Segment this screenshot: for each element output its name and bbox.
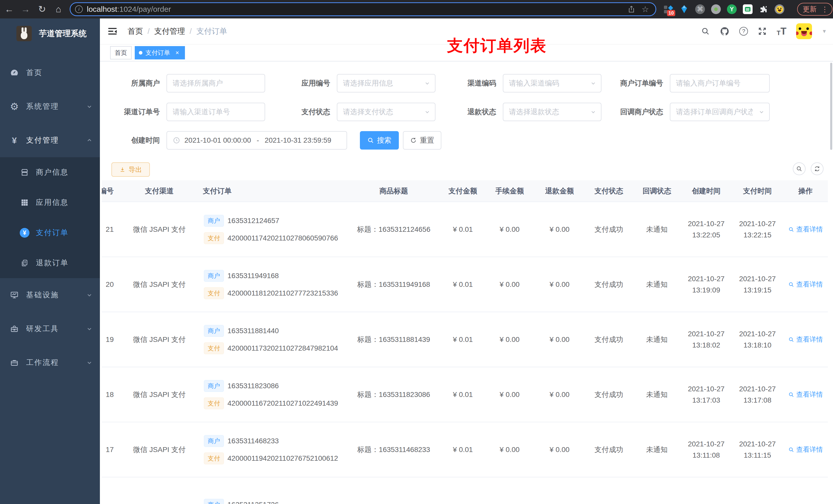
chevron-down-icon (590, 108, 597, 116)
font-size-icon[interactable]: TT (777, 26, 786, 36)
address-bar[interactable]: i localhost:1024/pay/order ☆ (70, 2, 656, 16)
merchant-order-no-input[interactable]: 请输入商户订单编号 (670, 74, 770, 93)
sidebar-collapse-icon[interactable] (108, 26, 117, 36)
table-refresh-button[interactable] (811, 162, 824, 175)
search-button[interactable]: 搜索 (360, 131, 399, 149)
browser-home-button[interactable]: ⌂ (51, 2, 66, 16)
chevron-down-icon (758, 108, 765, 116)
app-select[interactable]: 请选择应用信息 (337, 74, 435, 93)
view-detail-link[interactable]: 查看详情 (788, 225, 823, 234)
pay-tag: 支付 (204, 232, 224, 244)
browser-back-button[interactable]: ← (2, 2, 16, 16)
sidebar-item-workflow[interactable]: 工作流程 (0, 346, 100, 380)
tag-close-icon[interactable]: × (174, 49, 181, 56)
browser-menu-icon[interactable]: ⋮ (820, 5, 830, 14)
header-search-icon[interactable] (701, 27, 710, 36)
extension-y-icon[interactable]: Y (727, 4, 737, 14)
extension-command-icon[interactable]: ⌘ (695, 4, 705, 14)
briefcase-icon (9, 358, 20, 367)
active-dot (139, 51, 142, 54)
tag-home[interactable]: 首页 (110, 46, 132, 59)
view-detail-link[interactable]: 查看详情 (788, 280, 823, 289)
logo-bunny-image (16, 26, 32, 41)
avatar-caret-icon[interactable]: ▼ (822, 28, 827, 34)
view-detail-link[interactable]: 查看详情 (788, 445, 823, 454)
browser-forward-button[interactable]: → (19, 2, 33, 16)
chevron-down-icon (590, 80, 597, 87)
merchant-tag: 商户 (204, 380, 224, 392)
refund-status-select[interactable]: 请选择退款状态 (503, 103, 601, 121)
chevron-down-icon (424, 80, 431, 87)
chevron-down-icon (86, 103, 93, 111)
merchant-input[interactable]: 请选择所属商户 (166, 74, 265, 93)
table-search-toggle-button[interactable] (793, 162, 806, 175)
extension-badge: 10 (667, 10, 675, 16)
yen-circle-icon: ¥ (20, 228, 30, 238)
tag-pay-order[interactable]: 支付订单 × (135, 46, 185, 59)
chrome-update-button[interactable]: 更新 ⋮ (797, 3, 832, 16)
extensions-area: 10 ⌘ Y 更新 ⋮ (663, 3, 832, 16)
toolbox-icon (9, 325, 20, 333)
app-title: 芋道管理系统 (39, 28, 87, 39)
channel-order-no-input[interactable]: 请输入渠道订单号 (166, 103, 265, 121)
filter-app: 应用编号 请选择应用信息 (270, 74, 435, 93)
reset-button[interactable]: 重置 (403, 131, 441, 149)
sidebar-item-infrastructure[interactable]: 基础设施 (0, 278, 100, 312)
github-icon[interactable] (720, 26, 730, 36)
sidebar-item-payment[interactable]: ¥ 支付管理 (0, 123, 100, 157)
table-row: 19 微信 JSAPI 支付 商户1635311881440 支付4200001… (102, 312, 828, 367)
clock-icon (173, 137, 180, 144)
bookmark-star-icon[interactable]: ☆ (640, 4, 651, 14)
share-icon[interactable] (626, 5, 637, 13)
date-end[interactable]: 2021-10-31 23:59:59 (265, 136, 331, 144)
sidebar-item-pay-order[interactable]: ¥ 支付订单 (0, 218, 100, 248)
filter-create-time: 创建时间 2021-10-01 00:00:00 - 2021-10-31 23… (100, 131, 347, 149)
sidebar-item-system[interactable]: ⚙ 系统管理 (0, 90, 100, 123)
sidebar-item-home[interactable]: 首页 (0, 56, 100, 90)
table-row: 20 微信 JSAPI 支付 商户1635311949168 支付4200001… (102, 257, 828, 312)
export-button[interactable]: 导出 (112, 162, 150, 177)
fullscreen-icon[interactable] (758, 27, 767, 36)
breadcrumb-home[interactable]: 首页 (127, 26, 143, 37)
pay-tag: 支付 (204, 398, 224, 409)
sidebar-item-app-info[interactable]: 应用信息 (0, 188, 100, 218)
profile-avatar-icon[interactable] (775, 4, 784, 14)
extension-gem-icon[interactable] (679, 4, 689, 14)
channel-code-select[interactable]: 请输入渠道编码 (503, 74, 601, 93)
breadcrumb-current: 支付订单 (196, 26, 227, 37)
callback-status-select[interactable]: 请选择订单回调商户状态 (670, 103, 770, 121)
merchant-tag: 商户 (204, 435, 224, 447)
date-range-picker[interactable]: 2021-10-01 00:00:00 - 2021-10-31 23:59:5… (166, 131, 347, 149)
merchant-tag: 商户 (204, 325, 224, 337)
page-scrollbar[interactable] (830, 63, 832, 150)
view-detail-link[interactable]: 查看详情 (788, 335, 823, 344)
chevron-down-icon (86, 291, 93, 299)
extension-chat-icon[interactable] (743, 4, 753, 14)
gear-icon: ⚙ (9, 102, 20, 112)
user-avatar[interactable] (796, 23, 812, 39)
pay-status-select[interactable]: 请选择支付状态 (337, 103, 435, 121)
browser-reload-button[interactable]: ↻ (35, 2, 49, 16)
merchant-tag: 商户 (204, 215, 224, 226)
breadcrumb-payment[interactable]: 支付管理 (154, 26, 185, 37)
date-start[interactable]: 2021-10-01 00:00:00 (185, 136, 251, 144)
sidebar-item-refund-order[interactable]: 退款订单 (0, 248, 100, 278)
merchant-tag: 商户 (204, 499, 224, 504)
filter-merchant: 所属商户 请选择所属商户 (100, 74, 265, 93)
site-info-icon[interactable]: i (75, 5, 83, 13)
table-row: 17 微信 JSAPI 支付 商户1635311468233 支付4200001… (102, 422, 828, 477)
view-detail-link[interactable]: 查看详情 (788, 390, 823, 399)
filter-channel-order-no: 渠道订单号 请输入渠道订单号 (100, 103, 265, 121)
grid-icon (20, 198, 30, 207)
notify-status: 未通知 (633, 257, 681, 312)
extensions-puzzle-icon[interactable] (759, 4, 768, 14)
extension-tabs-icon[interactable]: 10 (663, 4, 673, 14)
help-icon[interactable]: ? (739, 27, 748, 35)
sidebar-item-merchant-info[interactable]: 商户信息 (0, 157, 100, 188)
sidebar-item-dev-tools[interactable]: 研发工具 (0, 312, 100, 346)
extension-grey-dot-icon[interactable] (711, 4, 721, 14)
chevron-down-icon (86, 359, 93, 366)
orders-table: 编号 支付渠道 支付订单 商品标题 支付金额 手续金额 退款金额 支付状态 回调… (102, 180, 828, 504)
red-annotation-text: 支付订单列表 (447, 35, 547, 56)
chevron-down-icon (86, 325, 93, 333)
